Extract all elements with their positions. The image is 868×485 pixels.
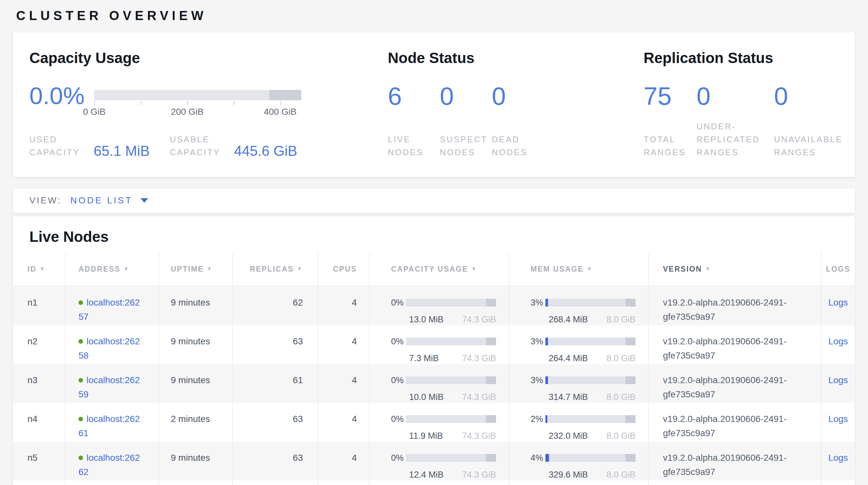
live-nodes-card: Live Nodes ID▼ADDRESS▼UPTIME▼REPLICAS▼CP…: [13, 216, 855, 485]
column-header-label: UPTIME: [171, 265, 204, 274]
column-header-uptime[interactable]: UPTIME▼: [159, 252, 232, 286]
node-address-link[interactable]: localhost:26262: [79, 453, 140, 477]
uptime-cell: 9 minutes: [159, 364, 232, 403]
node-live-status-icon: [79, 301, 83, 305]
node-address-cell: localhost:26261: [65, 403, 159, 442]
live-nodes-title: Live Nodes: [29, 228, 855, 246]
cpus-cell: 4: [317, 286, 369, 325]
node-address-link[interactable]: localhost:26259: [79, 375, 140, 399]
version-cell: v19.2.0-alpha.20190606-2491-gfe735c9a97: [648, 442, 821, 481]
uptime-cell: 2 minutes: [159, 403, 232, 442]
column-header-mem-usage[interactable]: MEM USAGE▼: [508, 252, 648, 286]
cpus-cell: 4: [317, 364, 369, 403]
table-row: n4 localhost:26261 2 minutes 63 4 0% 11.…: [13, 403, 855, 442]
table-row: n2 localhost:26258 9 minutes 63 4 0% 7.3…: [13, 325, 855, 364]
node-address-link[interactable]: localhost:26261: [79, 414, 140, 438]
logs-link[interactable]: Logs: [828, 453, 848, 463]
capacity-minibar-dark-segment: [486, 415, 496, 423]
logs-link[interactable]: Logs: [828, 297, 848, 308]
column-header-id[interactable]: ID▼: [13, 252, 65, 286]
node-address-cell: localhost:26258: [65, 325, 159, 364]
node-status-labels: LIVE NODESSUSPECT NODESDEAD NODES: [388, 133, 644, 159]
version-cell: v19.2.0-alpha.20190606-2491-gfe735c9a97: [648, 364, 821, 403]
mem-minibar-fill: [546, 376, 548, 384]
mem-minibar: [546, 299, 636, 307]
mem-minibar: [546, 338, 636, 345]
node-live-status-icon: [79, 339, 83, 344]
mem-usage-cell: 3% 314.7 MiB 8.0 GiB: [508, 364, 648, 403]
stat-value: 0: [492, 83, 544, 120]
mem-total-value: 8.0 GiB: [607, 312, 636, 326]
logs-link[interactable]: Logs: [828, 375, 848, 385]
column-header-capacity-usage[interactable]: CAPACITY USAGE▼: [369, 252, 508, 286]
mem-minibar-fill: [546, 415, 547, 423]
logs-cell: Logs: [821, 442, 855, 481]
column-header-version[interactable]: VERSION▼: [648, 252, 821, 286]
stat-label: SUSPECT NODES: [440, 133, 492, 159]
sort-arrow-icon[interactable]: ▼: [207, 266, 213, 272]
sort-arrow-icon[interactable]: ▼: [123, 266, 129, 272]
capacity-percent-label: 0%: [391, 412, 406, 426]
node-live-status-icon: [79, 456, 83, 460]
node-address-cell: localhost:26259: [65, 364, 159, 403]
axis-tick: [280, 101, 281, 105]
logs-link[interactable]: Logs: [828, 336, 848, 346]
cpus-cell: 4: [317, 325, 369, 364]
capacity-minibar-dark-segment: [486, 338, 496, 345]
column-header-label: ADDRESS: [79, 265, 120, 274]
sort-arrow-icon[interactable]: ▼: [297, 266, 303, 272]
mem-percent-label: 3%: [531, 295, 546, 310]
page-title: CLUSTER OVERVIEW: [16, 8, 855, 23]
view-dropdown[interactable]: NODE LIST: [70, 195, 133, 206]
view-label: VIEW:: [29, 195, 61, 206]
mem-used-value: 232.0 MiB: [549, 429, 588, 443]
capacity-minibar-dark-segment: [486, 454, 496, 462]
summary-card: Capacity Usage 0.0% 0 GiB200 GiB400 GiB: [13, 32, 855, 177]
stat-value: 6: [388, 83, 440, 120]
capacity-percent-label: 0%: [391, 334, 406, 348]
sort-arrow-icon[interactable]: ▼: [471, 266, 477, 272]
node-id-cell: n4: [13, 403, 65, 442]
capacity-used-value: 10.0 MiB: [409, 390, 444, 404]
mem-percent-label: 3%: [531, 373, 546, 387]
sort-arrow-icon[interactable]: ▼: [705, 266, 711, 272]
node-live-status-icon: [79, 378, 83, 382]
table-cell-partial: [13, 481, 65, 485]
stat-value: 75: [644, 83, 696, 120]
mem-minibar-dark-segment: [625, 376, 636, 384]
mem-total-value: 8.0 GiB: [607, 429, 636, 443]
sort-arrow-icon[interactable]: ▼: [586, 266, 593, 272]
column-header-label: ID: [27, 265, 36, 274]
capacity-total-value: 74.3 GiB: [462, 429, 496, 443]
stat-label: LIVE NODES: [388, 133, 440, 159]
mem-total-value: 8.0 GiB: [607, 467, 636, 482]
column-header-label: MEM USAGE: [531, 265, 584, 274]
view-selector-bar: VIEW: NODE LIST: [13, 188, 855, 213]
logs-link[interactable]: Logs: [828, 414, 848, 424]
capacity-used-value: 11.9 MiB: [409, 429, 443, 443]
capacity-usage-cell: 0% 10.0 MiB 74.3 GiB: [369, 364, 508, 403]
mem-minibar-fill: [546, 299, 548, 307]
capacity-total-value: 74.3 GiB: [462, 390, 496, 404]
axis-tick-label: 200 GiB: [171, 107, 204, 117]
node-address-link[interactable]: localhost:26258: [79, 336, 140, 361]
stat-label: UNAVAILABLE RANGES: [774, 133, 855, 159]
usable-capacity-label: USABLE CAPACITY: [170, 133, 229, 159]
column-header-address[interactable]: ADDRESS▼: [65, 252, 159, 286]
capacity-percent-label: 0%: [391, 451, 406, 465]
capacity-axis-ticks: [94, 100, 301, 106]
sort-arrow-icon[interactable]: ▼: [39, 266, 45, 272]
column-header-replicas[interactable]: REPLICAS▼: [232, 252, 317, 286]
mem-percent-label: 2%: [531, 412, 546, 426]
replication-status-values: 7500: [644, 83, 855, 120]
table-cell-partial: [648, 481, 821, 485]
axis-tick-label: 400 GiB: [264, 107, 297, 117]
mem-used-value: 329.6 MiB: [549, 467, 588, 482]
usable-capacity-value: 445.6 GiB: [234, 144, 298, 158]
mem-usage-cell: 2% 232.0 MiB 8.0 GiB: [508, 403, 648, 442]
table-header-row: ID▼ADDRESS▼UPTIME▼REPLICAS▼CPUSCAPACITY …: [13, 252, 855, 286]
dropdown-caret-icon[interactable]: [141, 198, 148, 203]
replicas-cell: 62: [232, 286, 317, 325]
capacity-minibar: [406, 415, 496, 423]
node-address-link[interactable]: localhost:26257: [79, 297, 140, 322]
